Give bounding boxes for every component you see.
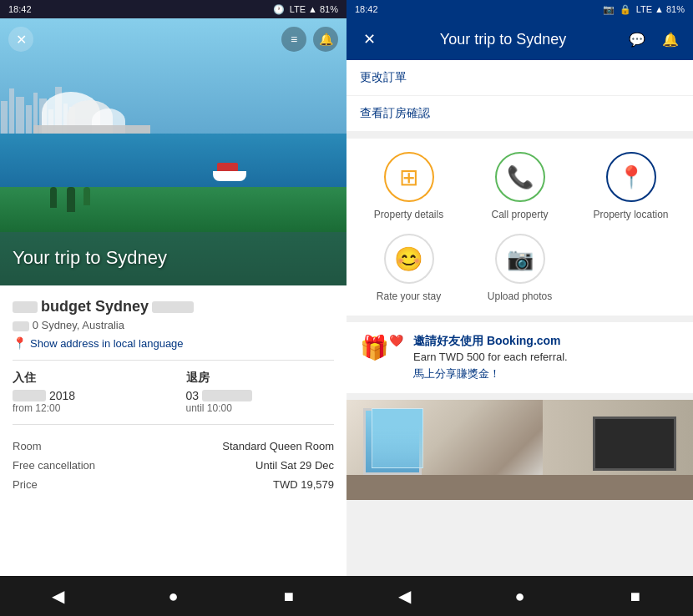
upload-photos-label: Upload photos bbox=[488, 290, 552, 302]
boat bbox=[213, 164, 246, 181]
dates-row: 入住 2018 from 12:00 退房 03 until 10:00 bbox=[13, 371, 334, 414]
action-empty bbox=[582, 234, 680, 302]
actions-row-1: ⊞ Property details 📞 Call property 📍 bbox=[360, 152, 680, 220]
divider-2 bbox=[13, 424, 334, 425]
upload-icon-circle: 📷 bbox=[495, 234, 545, 284]
left-content-area: budget Sydney 0 Sydney, Australia 📍 Show… bbox=[0, 285, 346, 576]
hero-close-button[interactable]: ✕ bbox=[8, 27, 33, 52]
referral-title: 邀請好友使用 Booking.com bbox=[413, 334, 568, 349]
room-image bbox=[346, 400, 693, 500]
right-header: ✕ Your trip to Sydney 💬 🔔 bbox=[346, 18, 693, 60]
property-location-action[interactable]: 📍 Property location bbox=[582, 152, 680, 220]
actions-card: ⊞ Property details 📞 Call property 📍 bbox=[346, 139, 693, 316]
room-value: Standard Queen Room bbox=[222, 440, 334, 452]
checkout-value: 03 bbox=[186, 389, 335, 402]
left-status-bar: 18:42 🕐 LTE ▲ 81% bbox=[0, 0, 346, 18]
window bbox=[363, 408, 422, 475]
referral-icon: 🎁❤️ bbox=[360, 334, 403, 361]
property-location-label: Property location bbox=[593, 209, 668, 220]
checkin-label: 入住 bbox=[13, 371, 161, 386]
right-nav-back-button[interactable]: ◀ bbox=[387, 579, 421, 613]
left-time: 18:42 bbox=[8, 4, 32, 14]
property-details-label: Property details bbox=[374, 209, 443, 220]
left-status-icons: 🕐 LTE ▲ 81% bbox=[273, 4, 338, 15]
property-name-row: budget Sydney bbox=[13, 298, 334, 316]
right-screen: 18:42 📷 🔒 LTE ▲ 81% ✕ Your trip to Sydne… bbox=[346, 0, 693, 616]
checkout-col: 退房 03 until 10:00 bbox=[186, 371, 335, 414]
property-address: 0 Sydney, Australia bbox=[13, 319, 334, 331]
right-close-button[interactable]: ✕ bbox=[357, 27, 382, 52]
room-row: Room Standard Queen Room bbox=[13, 437, 334, 456]
referral-desc: Earn TWD 500 for each referral. bbox=[413, 351, 568, 363]
rate-stay-label: Rate your stay bbox=[377, 290, 441, 302]
left-signal-info: LTE ▲ 81% bbox=[290, 4, 338, 14]
hero-right-icons: ≡ 🔔 bbox=[281, 27, 338, 52]
referral-text: 邀請好友使用 Booking.com Earn TWD 500 for each… bbox=[413, 334, 568, 381]
right-content-area: 更改訂單 查看訂房確認 ⊞ Property details bbox=[346, 60, 693, 576]
left-alarm-icon: 🕐 bbox=[273, 4, 285, 15]
referral-card: 🎁❤️ 邀請好友使用 Booking.com Earn TWD 500 for … bbox=[346, 322, 693, 393]
nav-back-button[interactable]: ◀ bbox=[41, 579, 74, 613]
opera-house bbox=[33, 67, 150, 134]
right-time: 18:42 bbox=[355, 4, 378, 14]
right-nav-recent-button[interactable]: ■ bbox=[619, 579, 652, 613]
checkin-value: 2018 bbox=[13, 389, 161, 402]
modify-order-link[interactable]: 更改訂單 bbox=[346, 60, 693, 96]
call-icon-circle: 📞 bbox=[495, 152, 545, 202]
cancellation-row: Free cancellation Until Sat 29 Dec bbox=[13, 456, 334, 475]
tv bbox=[593, 417, 676, 471]
divider-1 bbox=[13, 360, 334, 361]
location-icon-circle: 📍 bbox=[606, 152, 656, 202]
smile-icon: 😊 bbox=[394, 245, 423, 273]
green-land bbox=[0, 187, 346, 232]
hero-image: ✕ ≡ 🔔 Your trip to Sydney bbox=[0, 18, 346, 285]
checkout-label: 退房 bbox=[186, 371, 335, 386]
name-blur-suffix bbox=[152, 301, 194, 313]
property-details-icon-circle: ⊞ bbox=[384, 152, 434, 202]
right-chat-button[interactable]: 💬 bbox=[625, 27, 650, 52]
floor bbox=[346, 475, 693, 500]
right-bell-button[interactable]: 🔔 bbox=[658, 27, 683, 52]
cancellation-label: Free cancellation bbox=[13, 459, 95, 472]
room-label: Room bbox=[13, 440, 42, 452]
nav-recent-button[interactable]: ■ bbox=[272, 579, 306, 613]
checkin-col: 入住 2018 from 12:00 bbox=[13, 371, 161, 414]
upload-photos-action[interactable]: 📷 Upload photos bbox=[471, 234, 569, 302]
right-status-icons: 📷 🔒 LTE ▲ 81% bbox=[603, 4, 685, 15]
grid-icon: ⊞ bbox=[399, 164, 418, 191]
phone-icon: 📞 bbox=[507, 164, 534, 190]
booking-details: Room Standard Queen Room Free cancellati… bbox=[13, 437, 334, 494]
right-header-title: Your trip to Sydney bbox=[390, 31, 616, 48]
price-row: Price TWD 19,579 bbox=[13, 475, 334, 494]
property-details-action[interactable]: ⊞ Property details bbox=[360, 152, 458, 220]
name-blur-prefix bbox=[13, 301, 38, 313]
rate-stay-action[interactable]: 😊 Rate your stay bbox=[360, 234, 458, 302]
camera-icon: 📷 bbox=[507, 246, 534, 272]
call-property-action[interactable]: 📞 Call property bbox=[471, 152, 569, 220]
links-card: 更改訂單 查看訂房確認 bbox=[346, 60, 693, 132]
right-bottom-nav: ◀ ● ■ bbox=[346, 576, 693, 616]
hero-chat-button[interactable]: ≡ bbox=[281, 27, 306, 52]
hero-title: Your trip to Sydney bbox=[13, 247, 167, 269]
cancellation-value: Until Sat 29 Dec bbox=[255, 459, 334, 472]
hero-bell-button[interactable]: 🔔 bbox=[313, 27, 338, 52]
checkin-time: from 12:00 bbox=[13, 402, 161, 414]
call-property-label: Call property bbox=[491, 209, 548, 220]
left-bottom-nav: ◀ ● ■ bbox=[0, 576, 346, 616]
price-value: TWD 19,579 bbox=[273, 478, 334, 491]
right-nav-home-button[interactable]: ● bbox=[503, 579, 536, 613]
checkout-time: until 10:00 bbox=[186, 402, 335, 414]
right-status-bar: 18:42 📷 🔒 LTE ▲ 81% bbox=[346, 0, 693, 18]
view-confirmation-link[interactable]: 查看訂房確認 bbox=[346, 96, 693, 132]
referral-link[interactable]: 馬上分享賺獎金！ bbox=[413, 366, 568, 381]
actions-row-2: 😊 Rate your stay 📷 Upload photos bbox=[360, 234, 680, 302]
room-image-card bbox=[346, 400, 693, 500]
left-screen: 18:42 🕐 LTE ▲ 81% bbox=[0, 0, 346, 616]
show-address-link[interactable]: 📍 Show address in local language bbox=[13, 336, 334, 350]
water bbox=[0, 134, 346, 192]
nav-home-button[interactable]: ● bbox=[156, 579, 190, 613]
rate-icon-circle: 😊 bbox=[384, 234, 434, 284]
price-label: Price bbox=[13, 478, 38, 491]
location-icon: 📍 bbox=[618, 164, 645, 190]
